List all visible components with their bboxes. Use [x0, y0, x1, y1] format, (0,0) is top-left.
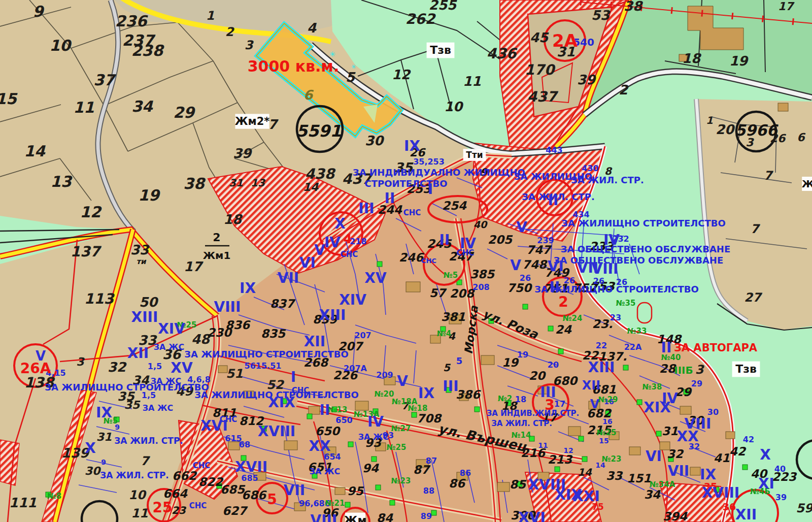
cadastral-number: 26 [520, 273, 531, 283]
cadastral-number: 12 [563, 446, 573, 454]
building-point-marker [345, 502, 350, 507]
house-number: №34А [650, 480, 675, 489]
cadastral-map-canvas[interactable]: ТзвТзвТтиЖм2*ЖмЖ923623723810371511342914… [0, 0, 812, 522]
block-roman-numeral: XII [127, 345, 149, 362]
cadastral-number: 18 [515, 395, 526, 404]
parcel-number: 747 [526, 243, 552, 256]
building-point-marker [412, 412, 417, 417]
parcel-number: 5966 [735, 121, 779, 139]
parcel-number: 20 [529, 369, 547, 382]
cadastral-number: 40 [774, 464, 786, 474]
block-roman-numeral: III [358, 200, 374, 217]
parcel-number: 436 [487, 45, 518, 62]
house-number: №21 [325, 499, 345, 508]
parcel-number: 42 [729, 445, 747, 458]
block-roman-numeral: XIV [158, 320, 185, 337]
parcel-number: 3 [245, 38, 254, 52]
block-roman-numeral: X [760, 446, 771, 463]
cadastral-map-viewer[interactable]: ТзвТзвТтиЖм2*ЖмЖ923623723810371511342914… [0, 0, 812, 522]
regulation-label: ЗА АВТОГАРА [674, 342, 758, 354]
parcel-number: 835 [261, 327, 286, 340]
zone-designation-label: ЗА ЖС [143, 403, 174, 413]
parcel-number: 14 [24, 142, 46, 160]
cadastral-number: 9 [101, 458, 106, 466]
parcel-number: 38 [624, 0, 644, 14]
zone-designation-label: ЗА ЖС [151, 376, 182, 386]
parcel-number: 15 [0, 90, 18, 108]
zone-designation-label: ЗА ЖС [310, 467, 341, 476]
cadastral-number: 39 [775, 493, 787, 502]
building-point-marker [548, 326, 553, 331]
parcel-number: 650 [315, 425, 341, 438]
block-roman-numeral: XIII [319, 307, 346, 323]
building-point-marker [431, 510, 436, 515]
house-number: IIIБ [674, 364, 693, 376]
block-roman-numeral: X [85, 440, 96, 456]
parcel-number: 34 [131, 97, 153, 115]
parcel-number: 5 [443, 362, 451, 374]
zone-designation-label: ЗА ЖС [154, 342, 185, 352]
house-number: №27 [391, 424, 411, 433]
parcel-number: 111 [9, 495, 37, 510]
parcel-number: 9 [33, 3, 45, 20]
parcel-number: 238 [131, 42, 165, 59]
parcel-number: 10 [444, 99, 464, 114]
block-roman-numeral: VII [668, 463, 690, 479]
house-number: №24 [563, 314, 583, 323]
block-roman-numeral: II [661, 339, 672, 356]
parcel-number: 39 [577, 72, 596, 87]
parcel-number: 19 [138, 186, 161, 204]
cadastral-number: 88 [423, 486, 434, 496]
block-roman-numeral: XIII [588, 359, 615, 376]
block-roman-numeral: VII [284, 482, 306, 499]
block-roman-numeral: IX [700, 466, 716, 483]
regulation-label: 36 [723, 501, 736, 512]
building-point-marker [637, 400, 642, 405]
parcel-number: 27 [744, 290, 763, 305]
cadastral-number: 86 [460, 468, 471, 478]
block-roman-numeral: I [428, 181, 433, 198]
building-point-marker [523, 304, 528, 309]
cadastral-number: 89 [421, 511, 432, 521]
cadastral-number: 35,253 [413, 157, 445, 167]
building-point-marker [377, 262, 382, 267]
block-roman-numeral: II [439, 232, 450, 248]
zone-designation-label: ЗА ОБЩЕСТВЕНО ОБСЛУЖВАНЕ [561, 244, 730, 254]
parcel-number: 11 [73, 99, 94, 116]
cadastral-number: 19 [517, 350, 528, 360]
building-point-marker [475, 407, 480, 412]
cadastral-number: 5615.51 [245, 361, 282, 371]
zone-designation-label: СНС [341, 250, 358, 259]
block-roman-numeral: IX [240, 280, 256, 297]
parcel-number: 750 [507, 281, 533, 295]
building-point-marker [558, 349, 563, 354]
building-point-marker [623, 365, 628, 370]
cadastral-number: 11 [538, 441, 548, 449]
parcel-number: 29 [173, 104, 196, 121]
cadastral-number: 615 [225, 434, 242, 443]
parcel-number: 53 [591, 8, 611, 23]
zone-code: Ж [802, 178, 812, 190]
regulation-label: 4 [344, 232, 352, 246]
cadastral-number: 20 [548, 360, 559, 370]
parcel-number: 386 [456, 388, 481, 401]
zone-designation-label: ЗА ИНДИВ.ЖИЛ.СТР. [487, 409, 580, 418]
zone-code: Тзв [430, 44, 451, 56]
parcel-number: 13 [50, 173, 73, 190]
block-roman-numeral: V [314, 242, 325, 258]
parcel-number: 208 [450, 287, 475, 300]
parcel-number: 50 [139, 295, 159, 310]
block-roman-numeral: V [510, 257, 521, 274]
parcel-number: 1 [206, 9, 215, 23]
parcel-number: 170 [525, 61, 556, 78]
parcel-number: 45 [530, 30, 549, 45]
block-roman-numeral: V [516, 219, 527, 236]
parcel-number: 686 [242, 488, 267, 502]
parcel-number: 34 [644, 488, 661, 501]
zone-designation-label: СНС [193, 461, 211, 470]
parcel-number: 86 [449, 477, 466, 490]
parcel-number: 151 [627, 472, 651, 485]
block-roman-numeral: XIX [268, 394, 295, 411]
house-number: №23 [602, 454, 622, 464]
parcel-number: 708 [417, 412, 442, 425]
